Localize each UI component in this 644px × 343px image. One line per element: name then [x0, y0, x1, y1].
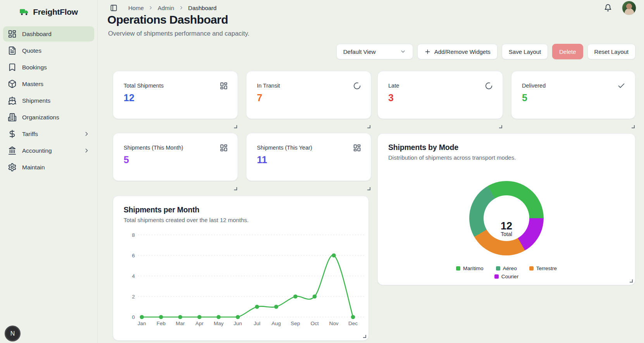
sidebar-item-tariffs[interactable]: Tariffs: [3, 126, 94, 141]
add-remove-widgets-button[interactable]: Add/Remove Widgets: [417, 44, 498, 59]
breadcrumb-dashboard: Dashboard: [188, 5, 217, 11]
dashboard-grid-icon: [353, 144, 361, 152]
resize-handle[interactable]: [499, 125, 502, 128]
stat-card-delivered: Delivered 5: [511, 71, 635, 119]
stat-label: Late: [388, 83, 399, 89]
sidebar-item-masters[interactable]: Masters: [3, 76, 94, 91]
sidebar-item-shipments[interactable]: Shipments: [3, 93, 94, 108]
sidebar-item-label: Tariffs: [22, 131, 38, 138]
resize-handle[interactable]: [630, 279, 633, 283]
chevron-down-icon: [400, 48, 406, 55]
app-logo: FreightFlow: [0, 7, 97, 17]
svg-text:Feb: Feb: [157, 321, 165, 326]
resize-handle[interactable]: [367, 125, 370, 128]
legend-swatch: [529, 266, 534, 271]
svg-text:4: 4: [132, 273, 135, 279]
sidebar-item-dashboard[interactable]: Dashboard: [3, 26, 94, 41]
sidebar-item-label: Organizations: [22, 114, 59, 121]
sidebar-item-quotes[interactable]: Quotes: [3, 43, 94, 58]
topbar: Home Admin Dashboard: [110, 3, 636, 13]
check-icon: [617, 82, 625, 90]
svg-text:Jul: Jul: [254, 321, 260, 326]
donut-center-label: 12 Total: [469, 221, 544, 237]
bookmark-icon: [7, 63, 17, 72]
chevron-right-icon: [148, 5, 153, 10]
resize-handle[interactable]: [363, 335, 366, 338]
sidebar-nav: Dashboard Quotes Bookings Masters Shipme…: [0, 26, 97, 175]
breadcrumb: Home Admin Dashboard: [128, 5, 217, 11]
ship-icon: [7, 96, 17, 105]
stat-card-shipments-month: Shipments (This Month) 5: [113, 133, 238, 181]
breadcrumb-home[interactable]: Home: [128, 5, 144, 11]
sidebar-item-label: Accounting: [22, 147, 52, 154]
user-avatar[interactable]: [622, 1, 636, 15]
resize-handle[interactable]: [367, 187, 370, 190]
resize-handle[interactable]: [234, 125, 237, 128]
dashboard-toolbar: Default View Add/Remove Widgets Save Lay…: [336, 44, 635, 59]
document-icon: [7, 46, 17, 55]
reset-layout-button[interactable]: Reset Layout: [587, 44, 635, 59]
svg-text:Dec: Dec: [348, 321, 358, 326]
package-icon: [7, 79, 17, 89]
stat-label: Shipments (This Year): [257, 145, 312, 151]
delete-button[interactable]: Delete: [552, 44, 583, 59]
chart-subtitle: Distribution of shipments across transpo…: [388, 154, 516, 161]
svg-text:Jun: Jun: [234, 321, 242, 326]
save-layout-button[interactable]: Save Layout: [502, 44, 548, 59]
svg-text:Aug: Aug: [272, 321, 281, 326]
donut-chart: 12 Total: [469, 181, 544, 255]
dollar-icon: [7, 129, 17, 139]
view-select[interactable]: Default View: [336, 44, 413, 59]
line-chart-svg: 02468JanFebMarAprMayJunJulAugSepOctNovDe…: [113, 196, 369, 341]
sidebar-item-organizations[interactable]: Organizations: [3, 110, 94, 125]
dashboard-grid-icon: [220, 82, 228, 90]
floating-n-button[interactable]: N: [5, 326, 21, 341]
legend-swatch: [494, 274, 499, 279]
sidebar-item-label: Masters: [22, 81, 43, 88]
svg-text:Sep: Sep: [291, 321, 300, 326]
svg-text:Nov: Nov: [329, 321, 338, 326]
sidebar: FreightFlow Dashboard Quotes Bookings Ma…: [0, 0, 98, 343]
breadcrumb-admin[interactable]: Admin: [158, 5, 174, 11]
legend-swatch: [456, 266, 460, 271]
legend-item-courier: Courier: [494, 274, 518, 279]
stat-label: Delivered: [522, 83, 546, 89]
svg-text:Mar: Mar: [176, 321, 185, 326]
sidebar-item-label: Shipments: [22, 97, 50, 104]
stat-label: Total Shipments: [124, 83, 164, 89]
notifications-bell-icon[interactable]: [604, 4, 612, 12]
sidebar-item-bookings[interactable]: Bookings: [3, 60, 94, 75]
page-subtitle: Overview of shipments performance and ca…: [108, 30, 250, 37]
stat-value: 5: [124, 154, 129, 165]
svg-text:2: 2: [132, 294, 135, 300]
stat-card-shipments-year: Shipments (This Year) 11: [246, 133, 371, 181]
page-title: Operations Dashboard: [107, 13, 228, 26]
resize-handle[interactable]: [632, 125, 635, 128]
legend-item-terrestre: Terrestre: [529, 265, 557, 271]
topbar-actions: [604, 1, 636, 15]
chart-title: Shipments by Mode: [388, 143, 458, 152]
shipments-by-mode-card: Shipments by Mode Distribution of shipme…: [377, 133, 635, 285]
stat-value: 11: [257, 154, 267, 165]
building-icon: [7, 113, 17, 122]
plus-icon: [424, 48, 431, 55]
sidebar-item-maintain[interactable]: Maintain: [3, 160, 94, 175]
svg-text:Oct: Oct: [310, 321, 319, 326]
legend-item-aereo: Aéreo: [496, 265, 517, 271]
stat-card-late: Late 3: [377, 71, 503, 119]
svg-text:Apr: Apr: [195, 321, 204, 326]
sidebar-item-label: Quotes: [22, 47, 41, 54]
stat-card-in-transit: In Transit 7: [246, 71, 371, 119]
legend-swatch: [496, 266, 500, 271]
donut-legend: Marítimo Aéreo Terrestre Courier: [378, 265, 635, 279]
svg-text:May: May: [214, 321, 224, 326]
sidebar-toggle-icon[interactable]: [110, 4, 117, 12]
sidebar-item-label: Bookings: [22, 64, 47, 71]
svg-text:8: 8: [132, 232, 135, 238]
gear-icon: [7, 163, 17, 172]
app-name: FreightFlow: [33, 7, 78, 17]
truck-logo-icon: [19, 7, 29, 17]
sidebar-item-accounting[interactable]: Accounting: [3, 143, 94, 158]
resize-handle[interactable]: [234, 187, 237, 190]
svg-text:Jan: Jan: [138, 321, 146, 326]
